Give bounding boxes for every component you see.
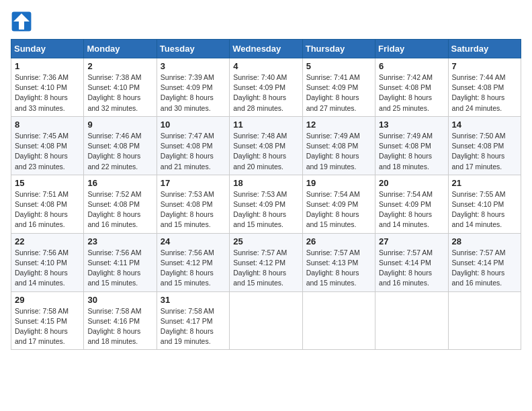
weekday-header-wednesday: Wednesday (230, 40, 302, 58)
calendar-cell (230, 291, 302, 350)
sunrise-label: Sunrise: 7:57 AM (233, 248, 287, 257)
calendar-cell: 22 Sunrise: 7:56 AM Sunset: 4:10 PM Dayl… (11, 233, 84, 291)
sunset-label: Sunset: 4:16 PM (87, 317, 140, 325)
day-number: 31 (161, 295, 226, 305)
day-number: 15 (15, 178, 80, 188)
sunset-label: Sunset: 4:08 PM (15, 142, 67, 150)
calendar-cell: 20 Sunrise: 7:54 AM Sunset: 4:09 PM Dayl… (375, 175, 448, 233)
day-number: 16 (87, 178, 152, 188)
sunset-label: Sunset: 4:08 PM (233, 142, 285, 150)
weekday-header-sunday: Sunday (11, 40, 84, 58)
day-info: Sunrise: 7:56 AM Sunset: 4:10 PM Dayligh… (15, 248, 80, 289)
day-number: 1 (15, 61, 80, 71)
daylight-label: Daylight: 8 hours and 15 minutes. (233, 269, 286, 287)
day-number: 12 (306, 120, 371, 130)
day-info: Sunrise: 7:51 AM Sunset: 4:08 PM Dayligh… (15, 189, 80, 230)
daylight-label: Daylight: 8 hours and 15 minutes. (87, 269, 140, 287)
sunrise-label: Sunrise: 7:50 AM (452, 132, 506, 140)
daylight-label: Daylight: 8 hours and 32 minutes. (87, 93, 140, 111)
daylight-label: Daylight: 8 hours and 16 minutes. (379, 269, 432, 287)
sunrise-label: Sunrise: 7:49 AM (306, 132, 360, 140)
sunset-label: Sunset: 4:10 PM (15, 83, 67, 91)
day-info: Sunrise: 7:42 AM Sunset: 4:08 PM Dayligh… (379, 73, 444, 113)
sunrise-label: Sunrise: 7:48 AM (233, 132, 287, 140)
calendar-cell: 6 Sunrise: 7:42 AM Sunset: 4:08 PM Dayli… (375, 58, 448, 117)
calendar-cell: 19 Sunrise: 7:54 AM Sunset: 4:09 PM Dayl… (302, 175, 375, 233)
calendar-cell: 10 Sunrise: 7:47 AM Sunset: 4:08 PM Dayl… (157, 116, 229, 175)
sunset-label: Sunset: 4:09 PM (161, 83, 213, 91)
daylight-label: Daylight: 8 hours and 27 minutes. (306, 93, 359, 111)
sunrise-label: Sunrise: 7:51 AM (15, 190, 69, 198)
sunrise-label: Sunrise: 7:56 AM (161, 248, 214, 257)
daylight-label: Daylight: 8 hours and 18 minutes. (87, 327, 140, 345)
calendar-cell: 23 Sunrise: 7:56 AM Sunset: 4:11 PM Dayl… (84, 233, 157, 291)
daylight-label: Daylight: 8 hours and 14 minutes. (452, 210, 505, 228)
sunset-label: Sunset: 4:08 PM (452, 83, 504, 91)
weekday-header-thursday: Thursday (302, 40, 375, 58)
daylight-label: Daylight: 8 hours and 15 minutes. (161, 269, 214, 287)
weekday-header-tuesday: Tuesday (157, 40, 229, 58)
day-info: Sunrise: 7:53 AM Sunset: 4:08 PM Dayligh… (161, 189, 226, 230)
day-number: 11 (233, 120, 298, 130)
calendar-cell: 8 Sunrise: 7:45 AM Sunset: 4:08 PM Dayli… (11, 116, 84, 175)
calendar-cell: 26 Sunrise: 7:57 AM Sunset: 4:13 PM Dayl… (302, 233, 375, 291)
sunrise-label: Sunrise: 7:49 AM (379, 132, 433, 140)
sunset-label: Sunset: 4:09 PM (306, 200, 359, 208)
calendar-cell: 29 Sunrise: 7:58 AM Sunset: 4:15 PM Dayl… (11, 291, 84, 350)
calendar-cell: 28 Sunrise: 7:57 AM Sunset: 4:14 PM Dayl… (448, 233, 521, 291)
day-info: Sunrise: 7:53 AM Sunset: 4:09 PM Dayligh… (233, 189, 298, 230)
sunrise-label: Sunrise: 7:47 AM (161, 132, 214, 140)
day-info: Sunrise: 7:54 AM Sunset: 4:09 PM Dayligh… (306, 189, 371, 230)
day-number: 25 (233, 236, 298, 246)
sunrise-label: Sunrise: 7:58 AM (87, 307, 141, 315)
calendar-cell (448, 291, 521, 350)
calendar-cell: 18 Sunrise: 7:53 AM Sunset: 4:09 PM Dayl… (230, 175, 302, 233)
day-number: 30 (87, 295, 152, 305)
weekday-header-monday: Monday (84, 40, 157, 58)
day-info: Sunrise: 7:39 AM Sunset: 4:09 PM Dayligh… (161, 73, 226, 113)
sunrise-label: Sunrise: 7:39 AM (161, 73, 214, 81)
day-number: 9 (87, 120, 152, 130)
calendar-cell: 11 Sunrise: 7:48 AM Sunset: 4:08 PM Dayl… (230, 116, 302, 175)
sunrise-label: Sunrise: 7:56 AM (15, 248, 69, 257)
day-info: Sunrise: 7:58 AM Sunset: 4:16 PM Dayligh… (87, 306, 152, 347)
calendar-cell: 17 Sunrise: 7:53 AM Sunset: 4:08 PM Dayl… (157, 175, 229, 233)
sunset-label: Sunset: 4:08 PM (15, 200, 67, 208)
day-info: Sunrise: 7:46 AM Sunset: 4:08 PM Dayligh… (87, 131, 152, 172)
day-number: 21 (452, 178, 517, 188)
weekday-header-saturday: Saturday (448, 40, 521, 58)
daylight-label: Daylight: 8 hours and 24 minutes. (452, 93, 505, 111)
calendar-week-row: 1 Sunrise: 7:36 AM Sunset: 4:10 PM Dayli… (11, 58, 521, 117)
sunset-label: Sunset: 4:10 PM (15, 259, 67, 267)
daylight-label: Daylight: 8 hours and 14 minutes. (379, 210, 432, 228)
sunrise-label: Sunrise: 7:52 AM (87, 190, 141, 198)
sunset-label: Sunset: 4:13 PM (306, 259, 359, 267)
sunset-label: Sunset: 4:08 PM (161, 200, 213, 208)
calendar-cell (375, 291, 448, 350)
day-number: 24 (161, 236, 226, 246)
daylight-label: Daylight: 8 hours and 33 minutes. (15, 93, 68, 111)
calendar-cell: 14 Sunrise: 7:50 AM Sunset: 4:08 PM Dayl… (448, 116, 521, 175)
day-number: 18 (233, 178, 298, 188)
daylight-label: Daylight: 8 hours and 16 minutes. (15, 210, 68, 228)
calendar-cell: 15 Sunrise: 7:51 AM Sunset: 4:08 PM Dayl… (11, 175, 84, 233)
day-info: Sunrise: 7:57 AM Sunset: 4:13 PM Dayligh… (306, 248, 371, 289)
sunset-label: Sunset: 4:08 PM (379, 142, 431, 150)
sunrise-label: Sunrise: 7:53 AM (161, 190, 214, 198)
calendar-cell: 25 Sunrise: 7:57 AM Sunset: 4:12 PM Dayl… (230, 233, 302, 291)
day-number: 2 (87, 61, 152, 71)
day-number: 29 (15, 295, 80, 305)
day-info: Sunrise: 7:54 AM Sunset: 4:09 PM Dayligh… (379, 189, 444, 230)
day-number: 3 (161, 61, 226, 71)
day-number: 27 (379, 236, 444, 246)
sunrise-label: Sunrise: 7:46 AM (87, 132, 141, 140)
sunrise-label: Sunrise: 7:58 AM (161, 307, 214, 315)
sunset-label: Sunset: 4:09 PM (233, 200, 285, 208)
sunrise-label: Sunrise: 7:57 AM (452, 248, 506, 257)
calendar-cell: 2 Sunrise: 7:38 AM Sunset: 4:10 PM Dayli… (84, 58, 157, 117)
daylight-label: Daylight: 8 hours and 20 minutes. (233, 152, 286, 170)
daylight-label: Daylight: 8 hours and 16 minutes. (87, 210, 140, 228)
daylight-label: Daylight: 8 hours and 21 minutes. (161, 152, 214, 170)
daylight-label: Daylight: 8 hours and 15 minutes. (306, 210, 359, 228)
daylight-label: Daylight: 8 hours and 19 minutes. (306, 152, 359, 170)
